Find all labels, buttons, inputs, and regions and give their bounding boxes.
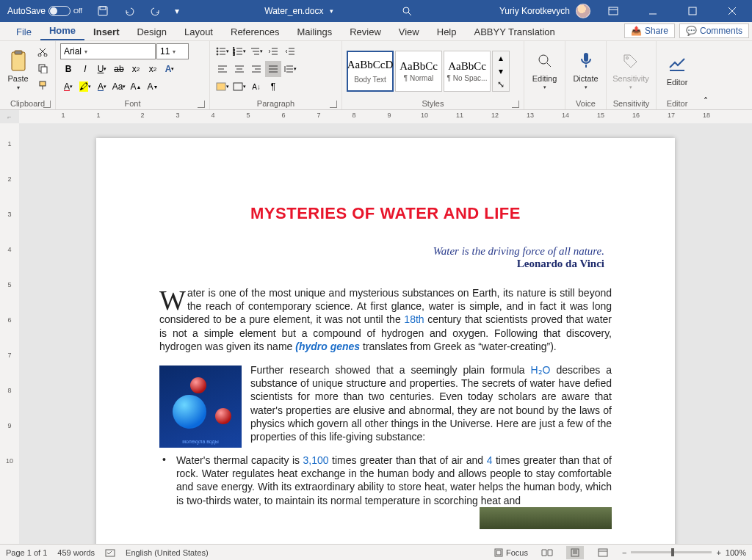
- svg-rect-25: [496, 550, 501, 555]
- paste-button[interactable]: Paste ▾: [4, 43, 32, 96]
- title-dropdown-icon[interactable]: ▾: [330, 7, 333, 15]
- superscript-button[interactable]: x2: [145, 61, 161, 77]
- horizontal-ruler[interactable]: 1123456789101112131415161718: [19, 110, 752, 123]
- highlight-button[interactable]: 🖍▾: [77, 79, 93, 95]
- bullets-button[interactable]: ▾: [214, 43, 231, 59]
- show-paragraph-marks-button[interactable]: ¶: [265, 79, 281, 95]
- style-no-spacing[interactable]: AaBbCc¶ No Spac...: [444, 51, 491, 92]
- ribbon: Paste ▾ Clipboard Arial▾ 11▾ B I U▾ ab x…: [0, 41, 752, 110]
- read-mode-button[interactable]: [538, 546, 556, 559]
- close-button[interactable]: [715, 0, 749, 22]
- proofing-icon[interactable]: [105, 548, 115, 558]
- svg-rect-19: [234, 83, 242, 90]
- shading-button[interactable]: ▾: [214, 79, 231, 95]
- tab-help[interactable]: Help: [428, 23, 466, 40]
- grow-font-button[interactable]: A▲: [128, 79, 144, 95]
- search-button[interactable]: [397, 1, 417, 21]
- tab-file[interactable]: File: [7, 23, 40, 40]
- bold-button[interactable]: B: [60, 61, 76, 77]
- zoom-slider[interactable]: [631, 551, 712, 553]
- focus-button[interactable]: Focus: [494, 548, 528, 557]
- comments-button[interactable]: 💬Comments: [679, 23, 749, 38]
- change-case-button[interactable]: Aa▾: [111, 79, 127, 95]
- tab-layout[interactable]: Layout: [176, 23, 222, 40]
- tab-references[interactable]: References: [222, 23, 288, 40]
- styles-scroll-up[interactable]: ▴: [493, 51, 509, 65]
- cut-button[interactable]: [35, 43, 51, 59]
- web-layout-button[interactable]: [594, 546, 612, 559]
- link-18th[interactable]: 18th: [404, 313, 424, 325]
- tab-abbyy[interactable]: ABBYY Translation: [466, 23, 564, 40]
- align-justify-button[interactable]: [265, 61, 281, 77]
- tag-icon: [619, 49, 643, 73]
- underline-button[interactable]: U▾: [94, 61, 110, 77]
- decrease-indent-button[interactable]: [265, 43, 281, 59]
- share-button[interactable]: 📤Share: [624, 23, 675, 38]
- status-words[interactable]: 459 words: [57, 548, 95, 557]
- dialog-launcher-icon[interactable]: [198, 101, 205, 108]
- copy-button[interactable]: [35, 60, 51, 76]
- link-hydrogenes[interactable]: (hydro genes: [295, 341, 360, 352]
- editor-button[interactable]: Editor: [661, 43, 693, 96]
- link-h2o[interactable]: H₂O: [530, 364, 550, 376]
- tab-insert[interactable]: Insert: [84, 23, 128, 40]
- vertical-ruler[interactable]: 12345678910: [0, 123, 19, 544]
- dialog-launcher-icon[interactable]: [43, 101, 51, 108]
- tab-design[interactable]: Design: [128, 23, 175, 40]
- zoom-out-button[interactable]: −: [622, 548, 626, 557]
- dialog-launcher-icon[interactable]: [512, 101, 519, 108]
- align-left-button[interactable]: [214, 61, 231, 77]
- styles-scroll-down[interactable]: ▾: [493, 65, 509, 78]
- autosave-toggle[interactable]: AutoSave Off: [3, 6, 87, 16]
- text-effects-button[interactable]: A▾: [162, 61, 178, 77]
- line-spacing-button[interactable]: ▾: [282, 61, 298, 77]
- status-page[interactable]: Page 1 of 1: [6, 548, 47, 557]
- print-layout-button[interactable]: [566, 546, 584, 559]
- zoom-level[interactable]: 100%: [726, 548, 746, 557]
- italic-button[interactable]: I: [77, 61, 93, 77]
- maximize-button[interactable]: [676, 0, 709, 22]
- align-center-button[interactable]: [231, 61, 247, 77]
- link-3100[interactable]: 3,100: [303, 454, 329, 466]
- dialog-launcher-icon[interactable]: [330, 101, 337, 108]
- font-color-button[interactable]: A▾: [60, 79, 76, 95]
- borders-button[interactable]: ▾: [231, 79, 247, 95]
- undo-button[interactable]: [119, 1, 140, 21]
- align-right-button[interactable]: [248, 61, 264, 77]
- minimize-button[interactable]: [636, 0, 670, 22]
- sort-button[interactable]: A↓: [248, 79, 264, 95]
- svg-point-14: [217, 54, 218, 55]
- tab-review[interactable]: Review: [341, 23, 390, 40]
- tab-view[interactable]: View: [390, 23, 428, 40]
- editing-button[interactable]: Editing▾: [529, 43, 560, 96]
- save-button[interactable]: [93, 1, 113, 21]
- status-language[interactable]: English (United States): [126, 548, 209, 557]
- tab-home[interactable]: Home: [40, 22, 84, 40]
- svg-rect-21: [584, 53, 588, 62]
- collapse-ribbon-button[interactable]: ˄: [698, 41, 714, 109]
- dictate-button[interactable]: Dictate▾: [570, 43, 601, 96]
- qat-customize-button[interactable]: ▾: [172, 1, 182, 21]
- subscript-button[interactable]: x2: [128, 61, 144, 77]
- increase-indent-button[interactable]: [282, 43, 298, 59]
- tab-mailings[interactable]: Mailings: [288, 23, 341, 40]
- styles-expand[interactable]: ⤡: [493, 78, 509, 91]
- style-body-text[interactable]: AaBbCcDBody Text: [347, 51, 394, 92]
- svg-rect-18: [217, 83, 225, 90]
- ribbon-options-button[interactable]: [596, 0, 630, 22]
- strike-button[interactable]: ab: [111, 61, 127, 77]
- document-canvas[interactable]: MYSTERIES OF WATER AND LIFE Water is the…: [19, 123, 752, 544]
- style-normal[interactable]: AaBbCc¶ Normal: [395, 51, 442, 92]
- multilevel-list-button[interactable]: ▾: [248, 43, 264, 59]
- format-painter-button[interactable]: [35, 77, 51, 93]
- ruler-corner: ⌐: [0, 110, 19, 123]
- user-avatar-icon[interactable]: [576, 4, 590, 18]
- shrink-font-button[interactable]: A▼: [145, 79, 161, 95]
- font-shading-button[interactable]: A▾: [94, 79, 110, 95]
- zoom-in-button[interactable]: +: [716, 548, 720, 557]
- font-size-select[interactable]: 11▾: [156, 43, 189, 59]
- numbering-button[interactable]: 123▾: [231, 43, 247, 59]
- redo-button[interactable]: [145, 1, 166, 21]
- font-family-select[interactable]: Arial▾: [60, 43, 156, 59]
- user-name[interactable]: Yuriy Korotkevych: [499, 6, 570, 16]
